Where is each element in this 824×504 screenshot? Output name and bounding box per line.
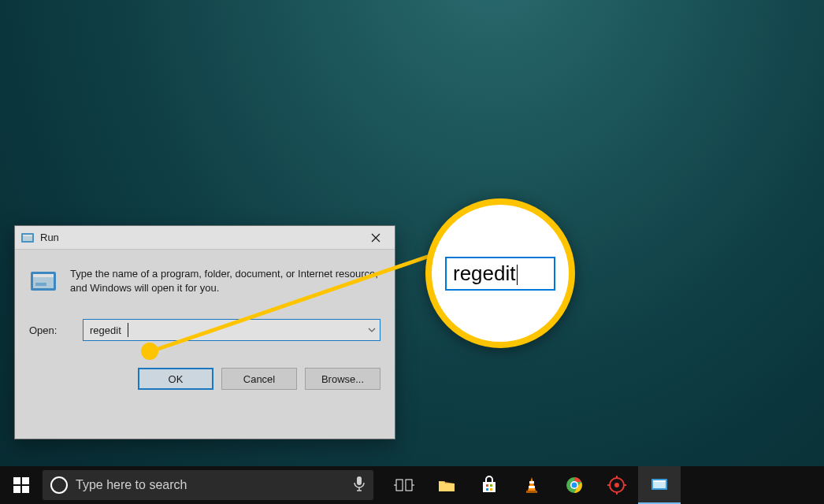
task-view-button[interactable] (383, 466, 425, 504)
task-view-icon (394, 475, 414, 495)
svg-rect-9 (13, 477, 20, 484)
microphone-icon[interactable] (353, 476, 366, 495)
svg-rect-16 (396, 480, 403, 491)
run-dialog: Run Type the name of a program, folder, … (14, 225, 395, 439)
combo-dropdown-button[interactable] (362, 320, 380, 340)
text-caret (128, 323, 128, 337)
svg-point-30 (572, 483, 577, 488)
chevron-down-icon (368, 328, 376, 332)
run-title-icon (21, 232, 34, 244)
open-input[interactable] (84, 320, 362, 340)
run-title: Run (40, 232, 59, 243)
svg-rect-26 (529, 486, 535, 488)
svg-rect-23 (486, 488, 488, 491)
svg-rect-27 (526, 491, 537, 493)
zoom-input-preview: regedit (445, 257, 555, 291)
svg-rect-11 (13, 486, 20, 493)
taskbar-app-chrome[interactable] (553, 466, 596, 504)
svg-rect-2 (23, 235, 32, 236)
taskbar-app-settings[interactable] (596, 466, 638, 504)
zoom-text-caret (517, 265, 518, 285)
svg-point-32 (614, 483, 619, 487)
run-icon (29, 267, 58, 295)
run-app-icon (649, 474, 670, 495)
svg-rect-24 (490, 488, 492, 491)
gear-icon (607, 475, 627, 495)
svg-rect-22 (490, 484, 492, 487)
windows-logo-icon (13, 477, 29, 493)
open-combobox[interactable] (83, 319, 380, 341)
run-titlebar[interactable]: Run (15, 226, 395, 250)
taskbar: Type here to search (0, 466, 824, 504)
close-icon (371, 233, 380, 243)
svg-rect-10 (22, 477, 29, 484)
svg-rect-39 (653, 480, 666, 482)
folder-icon (436, 475, 457, 495)
cancel-button[interactable]: Cancel (221, 368, 297, 390)
svg-rect-25 (529, 481, 534, 484)
svg-rect-5 (33, 274, 54, 277)
vlc-icon (521, 475, 542, 495)
store-icon (479, 475, 499, 495)
open-label: Open: (29, 324, 69, 336)
search-box[interactable]: Type here to search (43, 470, 373, 500)
svg-rect-6 (35, 283, 46, 286)
taskbar-app-file-explorer[interactable] (425, 466, 468, 504)
ok-button[interactable]: OK (138, 368, 213, 390)
start-button[interactable] (0, 466, 43, 504)
zoom-input-text: regedit (453, 261, 516, 285)
chrome-icon (564, 475, 585, 495)
svg-rect-13 (357, 476, 362, 485)
run-description: Type the name of a program, folder, docu… (70, 267, 380, 295)
search-placeholder: Type here to search (76, 478, 345, 492)
cortana-icon (50, 476, 68, 494)
zoom-callout: regedit (425, 198, 575, 348)
close-button[interactable] (358, 227, 393, 249)
svg-rect-20 (483, 482, 496, 492)
svg-rect-12 (22, 486, 29, 493)
taskbar-app-store[interactable] (468, 466, 510, 504)
browse-button[interactable]: Browse... (305, 368, 380, 390)
taskbar-app-vlc[interactable] (510, 466, 553, 504)
svg-rect-21 (486, 484, 488, 487)
svg-rect-17 (406, 480, 412, 491)
taskbar-app-run[interactable] (638, 466, 681, 504)
